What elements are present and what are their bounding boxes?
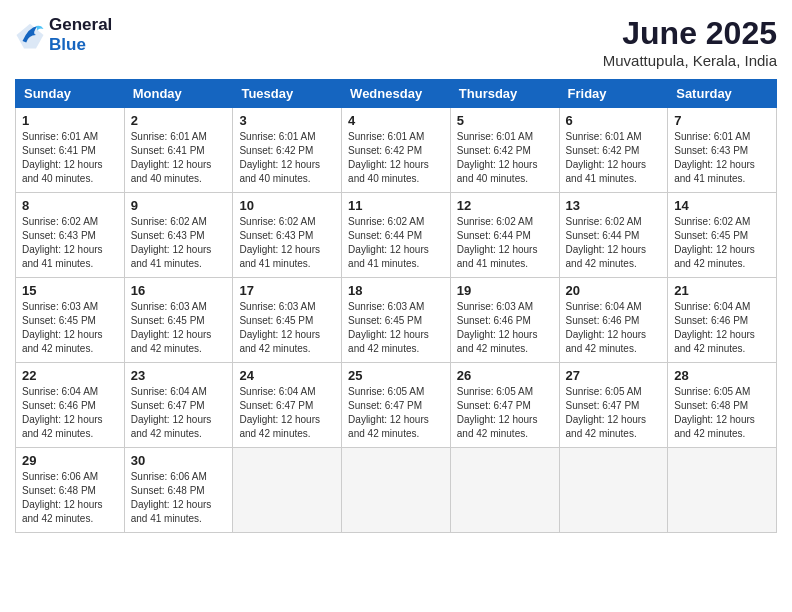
- day-cell: 4 Sunrise: 6:01 AM Sunset: 6:42 PM Dayli…: [342, 108, 451, 193]
- day-info: Sunrise: 6:03 AM Sunset: 6:46 PM Dayligh…: [457, 300, 553, 356]
- day-info: Sunrise: 6:04 AM Sunset: 6:46 PM Dayligh…: [566, 300, 662, 356]
- day-info: Sunrise: 6:02 AM Sunset: 6:43 PM Dayligh…: [131, 215, 227, 271]
- day-number: 23: [131, 368, 227, 383]
- title-block: June 2025 Muvattupula, Kerala, India: [603, 15, 777, 69]
- day-info: Sunrise: 6:02 AM Sunset: 6:43 PM Dayligh…: [22, 215, 118, 271]
- day-cell: 28 Sunrise: 6:05 AM Sunset: 6:48 PM Dayl…: [668, 363, 777, 448]
- day-cell: 2 Sunrise: 6:01 AM Sunset: 6:41 PM Dayli…: [124, 108, 233, 193]
- day-number: 18: [348, 283, 444, 298]
- day-info: Sunrise: 6:02 AM Sunset: 6:45 PM Dayligh…: [674, 215, 770, 271]
- day-number: 22: [22, 368, 118, 383]
- day-number: 14: [674, 198, 770, 213]
- day-cell: [559, 448, 668, 533]
- day-number: 20: [566, 283, 662, 298]
- logo: General Blue: [15, 15, 112, 56]
- week-row-1: 1 Sunrise: 6:01 AM Sunset: 6:41 PM Dayli…: [16, 108, 777, 193]
- header-thursday: Thursday: [450, 80, 559, 108]
- day-info: Sunrise: 6:01 AM Sunset: 6:42 PM Dayligh…: [239, 130, 335, 186]
- day-number: 6: [566, 113, 662, 128]
- day-info: Sunrise: 6:02 AM Sunset: 6:44 PM Dayligh…: [348, 215, 444, 271]
- day-cell: 27 Sunrise: 6:05 AM Sunset: 6:47 PM Dayl…: [559, 363, 668, 448]
- week-row-3: 15 Sunrise: 6:03 AM Sunset: 6:45 PM Dayl…: [16, 278, 777, 363]
- header-saturday: Saturday: [668, 80, 777, 108]
- page-header: General Blue June 2025 Muvattupula, Kera…: [15, 15, 777, 69]
- day-info: Sunrise: 6:04 AM Sunset: 6:46 PM Dayligh…: [22, 385, 118, 441]
- header-monday: Monday: [124, 80, 233, 108]
- day-cell: 19 Sunrise: 6:03 AM Sunset: 6:46 PM Dayl…: [450, 278, 559, 363]
- day-info: Sunrise: 6:01 AM Sunset: 6:41 PM Dayligh…: [22, 130, 118, 186]
- day-number: 27: [566, 368, 662, 383]
- day-number: 26: [457, 368, 553, 383]
- day-info: Sunrise: 6:04 AM Sunset: 6:47 PM Dayligh…: [239, 385, 335, 441]
- day-cell: [668, 448, 777, 533]
- day-cell: 29 Sunrise: 6:06 AM Sunset: 6:48 PM Dayl…: [16, 448, 125, 533]
- day-number: 19: [457, 283, 553, 298]
- day-number: 3: [239, 113, 335, 128]
- day-number: 1: [22, 113, 118, 128]
- day-cell: 18 Sunrise: 6:03 AM Sunset: 6:45 PM Dayl…: [342, 278, 451, 363]
- day-info: Sunrise: 6:03 AM Sunset: 6:45 PM Dayligh…: [348, 300, 444, 356]
- day-number: 13: [566, 198, 662, 213]
- day-number: 30: [131, 453, 227, 468]
- day-number: 24: [239, 368, 335, 383]
- week-row-2: 8 Sunrise: 6:02 AM Sunset: 6:43 PM Dayli…: [16, 193, 777, 278]
- day-cell: 3 Sunrise: 6:01 AM Sunset: 6:42 PM Dayli…: [233, 108, 342, 193]
- day-number: 25: [348, 368, 444, 383]
- day-info: Sunrise: 6:01 AM Sunset: 6:41 PM Dayligh…: [131, 130, 227, 186]
- day-info: Sunrise: 6:01 AM Sunset: 6:42 PM Dayligh…: [348, 130, 444, 186]
- day-cell: 16 Sunrise: 6:03 AM Sunset: 6:45 PM Dayl…: [124, 278, 233, 363]
- day-info: Sunrise: 6:05 AM Sunset: 6:48 PM Dayligh…: [674, 385, 770, 441]
- day-cell: 6 Sunrise: 6:01 AM Sunset: 6:42 PM Dayli…: [559, 108, 668, 193]
- day-info: Sunrise: 6:05 AM Sunset: 6:47 PM Dayligh…: [566, 385, 662, 441]
- day-info: Sunrise: 6:03 AM Sunset: 6:45 PM Dayligh…: [131, 300, 227, 356]
- day-number: 12: [457, 198, 553, 213]
- day-cell: 17 Sunrise: 6:03 AM Sunset: 6:45 PM Dayl…: [233, 278, 342, 363]
- day-cell: 22 Sunrise: 6:04 AM Sunset: 6:46 PM Dayl…: [16, 363, 125, 448]
- day-cell: 14 Sunrise: 6:02 AM Sunset: 6:45 PM Dayl…: [668, 193, 777, 278]
- day-cell: 24 Sunrise: 6:04 AM Sunset: 6:47 PM Dayl…: [233, 363, 342, 448]
- location: Muvattupula, Kerala, India: [603, 52, 777, 69]
- day-info: Sunrise: 6:05 AM Sunset: 6:47 PM Dayligh…: [348, 385, 444, 441]
- day-number: 2: [131, 113, 227, 128]
- day-info: Sunrise: 6:03 AM Sunset: 6:45 PM Dayligh…: [22, 300, 118, 356]
- week-row-5: 29 Sunrise: 6:06 AM Sunset: 6:48 PM Dayl…: [16, 448, 777, 533]
- day-cell: 5 Sunrise: 6:01 AM Sunset: 6:42 PM Dayli…: [450, 108, 559, 193]
- logo-icon: [15, 20, 45, 50]
- day-info: Sunrise: 6:04 AM Sunset: 6:46 PM Dayligh…: [674, 300, 770, 356]
- calendar-table: SundayMondayTuesdayWednesdayThursdayFrid…: [15, 79, 777, 533]
- day-cell: [450, 448, 559, 533]
- day-cell: 21 Sunrise: 6:04 AM Sunset: 6:46 PM Dayl…: [668, 278, 777, 363]
- day-cell: [233, 448, 342, 533]
- day-info: Sunrise: 6:06 AM Sunset: 6:48 PM Dayligh…: [131, 470, 227, 526]
- day-info: Sunrise: 6:03 AM Sunset: 6:45 PM Dayligh…: [239, 300, 335, 356]
- header-friday: Friday: [559, 80, 668, 108]
- day-cell: 1 Sunrise: 6:01 AM Sunset: 6:41 PM Dayli…: [16, 108, 125, 193]
- day-cell: 7 Sunrise: 6:01 AM Sunset: 6:43 PM Dayli…: [668, 108, 777, 193]
- day-cell: 8 Sunrise: 6:02 AM Sunset: 6:43 PM Dayli…: [16, 193, 125, 278]
- day-number: 4: [348, 113, 444, 128]
- day-number: 10: [239, 198, 335, 213]
- day-number: 15: [22, 283, 118, 298]
- day-info: Sunrise: 6:05 AM Sunset: 6:47 PM Dayligh…: [457, 385, 553, 441]
- header-sunday: Sunday: [16, 80, 125, 108]
- day-number: 5: [457, 113, 553, 128]
- day-info: Sunrise: 6:01 AM Sunset: 6:42 PM Dayligh…: [457, 130, 553, 186]
- day-info: Sunrise: 6:02 AM Sunset: 6:44 PM Dayligh…: [457, 215, 553, 271]
- day-number: 7: [674, 113, 770, 128]
- day-cell: 15 Sunrise: 6:03 AM Sunset: 6:45 PM Dayl…: [16, 278, 125, 363]
- day-info: Sunrise: 6:02 AM Sunset: 6:43 PM Dayligh…: [239, 215, 335, 271]
- day-cell: 25 Sunrise: 6:05 AM Sunset: 6:47 PM Dayl…: [342, 363, 451, 448]
- header-tuesday: Tuesday: [233, 80, 342, 108]
- header-row: SundayMondayTuesdayWednesdayThursdayFrid…: [16, 80, 777, 108]
- day-cell: [342, 448, 451, 533]
- day-cell: 12 Sunrise: 6:02 AM Sunset: 6:44 PM Dayl…: [450, 193, 559, 278]
- day-cell: 23 Sunrise: 6:04 AM Sunset: 6:47 PM Dayl…: [124, 363, 233, 448]
- day-cell: 13 Sunrise: 6:02 AM Sunset: 6:44 PM Dayl…: [559, 193, 668, 278]
- day-info: Sunrise: 6:06 AM Sunset: 6:48 PM Dayligh…: [22, 470, 118, 526]
- day-number: 11: [348, 198, 444, 213]
- logo-text: General Blue: [49, 15, 112, 56]
- week-row-4: 22 Sunrise: 6:04 AM Sunset: 6:46 PM Dayl…: [16, 363, 777, 448]
- day-cell: 10 Sunrise: 6:02 AM Sunset: 6:43 PM Dayl…: [233, 193, 342, 278]
- day-number: 9: [131, 198, 227, 213]
- day-number: 17: [239, 283, 335, 298]
